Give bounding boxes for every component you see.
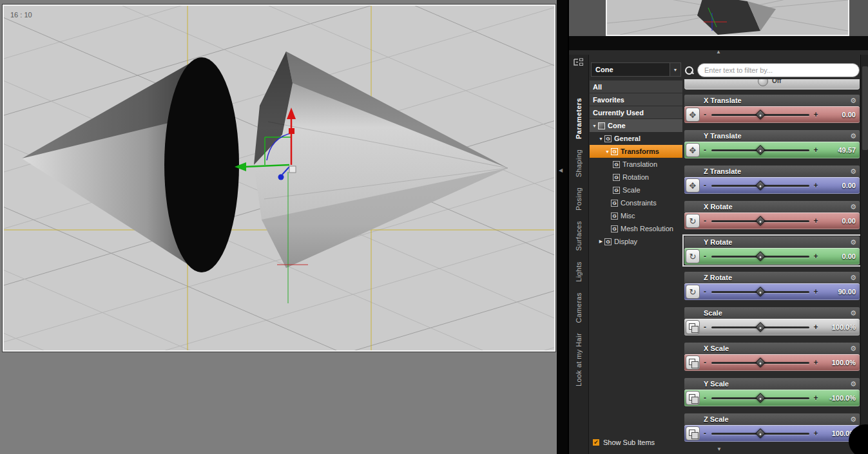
slider-track[interactable] xyxy=(711,397,809,399)
gear-icon[interactable]: ⚙ xyxy=(850,345,856,352)
tree-node-display[interactable]: ▶ G Display xyxy=(590,235,682,248)
toggle-bar[interactable]: Off xyxy=(684,79,860,90)
decrement-button[interactable]: - xyxy=(701,358,709,367)
slider-track[interactable] xyxy=(711,362,809,364)
slider-thumb[interactable] xyxy=(755,251,766,261)
pane-splitter[interactable]: ◀ xyxy=(557,0,568,454)
panel-options-icon[interactable] xyxy=(574,58,584,67)
scene-canvas[interactable]: 16 : 10 xyxy=(4,6,554,350)
gear-icon[interactable]: ⚙ xyxy=(850,203,856,211)
tree-node-rotation[interactable]: G Rotation xyxy=(590,171,682,184)
decrement-button[interactable]: - xyxy=(701,393,709,402)
increment-button[interactable]: + xyxy=(812,429,820,438)
scrollbar-thumb[interactable] xyxy=(862,66,868,150)
increment-button[interactable]: + xyxy=(812,181,820,190)
slider-thumb[interactable] xyxy=(755,357,766,368)
increment-button[interactable]: + xyxy=(812,393,820,402)
rotate-icon[interactable]: ↻ xyxy=(686,285,700,299)
slider-thumb[interactable] xyxy=(755,145,766,155)
left-cone[interactable] xyxy=(22,57,239,272)
tab-cameras[interactable]: Cameras xyxy=(575,292,583,323)
slider-track[interactable] xyxy=(711,256,809,258)
increment-button[interactable]: + xyxy=(812,323,820,332)
expand-closed-icon[interactable]: ▶ xyxy=(597,239,604,244)
increment-button[interactable]: + xyxy=(812,146,820,155)
decrement-button[interactable]: - xyxy=(701,252,709,261)
toggle-knob[interactable] xyxy=(758,79,768,86)
node-selector-dropdown[interactable]: Cone ▼ xyxy=(591,62,681,77)
slider-thumb[interactable] xyxy=(755,428,766,439)
translate-icon[interactable]: ✥ xyxy=(686,143,700,157)
filter-input[interactable] xyxy=(697,63,860,77)
splitter-collapse-icon[interactable]: ◀ xyxy=(559,167,563,173)
gear-icon[interactable]: ⚙ xyxy=(850,239,856,246)
translate-icon[interactable]: ✥ xyxy=(686,178,700,193)
rotate-icon[interactable]: ↻ xyxy=(686,214,700,228)
gear-icon[interactable]: ⚙ xyxy=(850,310,856,317)
decrement-button[interactable]: - xyxy=(701,146,709,155)
gear-icon[interactable]: ⚙ xyxy=(850,168,856,175)
increment-button[interactable]: + xyxy=(812,287,820,296)
increment-button[interactable]: + xyxy=(812,216,820,225)
tree-item-currently-used[interactable]: Currently Used xyxy=(590,106,682,118)
slider-thumb[interactable] xyxy=(755,109,766,120)
toggle-row-partial[interactable]: Off xyxy=(684,79,860,90)
tree-node-scale[interactable]: G Scale xyxy=(590,184,682,196)
show-sub-items-checkbox[interactable]: ✔ xyxy=(592,439,600,446)
slider-thumb[interactable] xyxy=(755,322,766,332)
tab-surfaces[interactable]: Surfaces xyxy=(575,221,583,251)
3d-viewport[interactable]: 16 : 10 xyxy=(3,5,555,352)
tab-look-at-my-hair[interactable]: Look at my Hair xyxy=(575,333,583,386)
slider-track[interactable] xyxy=(711,185,809,187)
slider-track[interactable] xyxy=(711,149,809,151)
aux-viewport-thumbnail[interactable] xyxy=(606,0,849,36)
slider-thumb[interactable] xyxy=(755,287,766,297)
tree-item-all[interactable]: All xyxy=(590,80,682,93)
tab-lights[interactable]: Lights xyxy=(575,261,583,282)
slider-track[interactable] xyxy=(711,114,809,116)
scale-icon[interactable] xyxy=(686,426,700,440)
increment-button[interactable]: + xyxy=(812,358,820,367)
slider-track[interactable] xyxy=(711,433,809,435)
tree-node-translation[interactable]: G Translation xyxy=(590,158,682,171)
gear-icon[interactable]: ⚙ xyxy=(850,133,856,140)
gear-icon[interactable]: ⚙ xyxy=(850,97,856,104)
tree-node-transforms[interactable]: ▼ G Transforms xyxy=(590,145,682,158)
scale-icon[interactable] xyxy=(686,320,700,334)
rotate-icon[interactable]: ↻ xyxy=(686,249,700,263)
tree-node-misc[interactable]: G Misc xyxy=(590,209,682,222)
decrement-button[interactable]: - xyxy=(701,287,709,296)
increment-button[interactable]: + xyxy=(812,252,820,261)
tree-node-constraints[interactable]: G Constraints xyxy=(590,196,682,209)
slider-thumb[interactable] xyxy=(755,216,766,226)
decrement-button[interactable]: - xyxy=(701,110,709,119)
tab-parameters[interactable]: Parameters xyxy=(575,98,583,139)
tab-posing[interactable]: Posing xyxy=(575,187,583,211)
gear-icon[interactable]: ⚙ xyxy=(850,381,856,388)
gear-icon[interactable]: ⚙ xyxy=(850,416,856,423)
decrement-button[interactable]: - xyxy=(701,216,709,225)
tree-node-mesh-resolution[interactable]: G Mesh Resolution xyxy=(590,222,682,235)
expand-open-icon[interactable]: ▼ xyxy=(591,124,598,128)
tree-item-favorites[interactable]: Favorites xyxy=(590,93,682,106)
panel-scrollbar[interactable] xyxy=(860,55,868,454)
tree-node-general[interactable]: ▼ G General xyxy=(590,132,682,145)
expand-open-icon[interactable]: ▼ xyxy=(604,149,611,154)
panel-scroll-up-icon[interactable]: ▲ xyxy=(716,50,721,55)
slider-thumb[interactable] xyxy=(755,180,766,191)
slider-track[interactable] xyxy=(711,326,809,328)
tab-shaping[interactable]: Shaping xyxy=(575,149,583,177)
tree-node-cone[interactable]: ▼ Cone xyxy=(590,119,682,132)
translate-icon[interactable]: ✥ xyxy=(686,108,700,122)
chevron-down-icon[interactable]: ▼ xyxy=(670,63,680,76)
slider-thumb[interactable] xyxy=(755,393,766,403)
scale-icon[interactable] xyxy=(686,355,700,370)
decrement-button[interactable]: - xyxy=(701,323,709,332)
scale-icon[interactable] xyxy=(686,391,700,405)
decrement-button[interactable]: - xyxy=(701,181,709,190)
gear-icon[interactable]: ⚙ xyxy=(850,274,856,281)
panel-scroll-down-icon[interactable]: ▼ xyxy=(717,447,722,452)
increment-button[interactable]: + xyxy=(812,110,820,119)
slider-track[interactable] xyxy=(711,291,809,293)
expand-open-icon[interactable]: ▼ xyxy=(597,137,604,141)
